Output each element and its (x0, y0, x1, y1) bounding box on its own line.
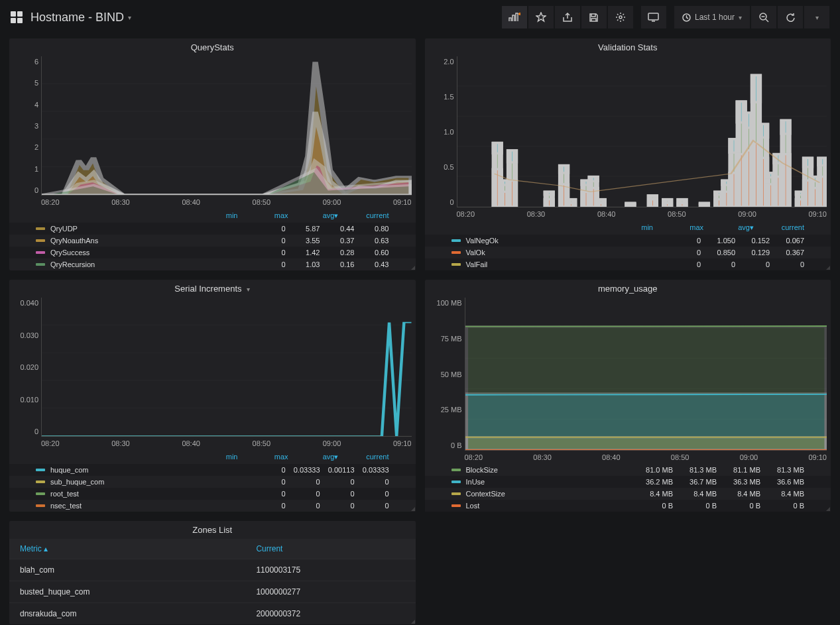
svg-rect-15 (546, 192, 552, 195)
top-header: Hostname - BIND▾ Last 1 hour▾ ▾ (0, 0, 840, 34)
svg-rect-39 (664, 199, 670, 201)
x-axis: 08:2008:3008:4008:5009:0009:10 (41, 197, 412, 209)
chart-serial[interactable]: 0.0400.0300.0200.0100 08:2008:3008:4008:… (9, 298, 416, 450)
plot-area[interactable] (465, 298, 827, 451)
legend-row[interactable]: ValNegOk01.0500.1520.067 (425, 235, 831, 247)
svg-rect-6 (494, 143, 500, 154)
legend-row[interactable]: huque_com00.033330.001130.03333 (9, 464, 416, 476)
legend-row[interactable]: QrySuccess01.420.280.60 (9, 247, 416, 258)
share-button[interactable] (555, 6, 580, 28)
panel-title[interactable]: Zones List (9, 521, 416, 539)
x-axis: 08:2008:3008:4008:5009:0009:10 (41, 438, 412, 450)
dashboard-grid-icon[interactable] (11, 11, 23, 23)
panel-serial: Serial Increments ▾ 0.0400.0300.0200.010… (9, 280, 416, 512)
svg-rect-66 (760, 124, 766, 137)
y-axis: 0.0400.0300.0200.0100 (9, 298, 41, 437)
plot-area[interactable] (457, 56, 827, 207)
chart-validation[interactable]: 2.01.51.00.50 08:2008:3008:4008:5009:000… (425, 56, 831, 221)
panel-grid: QueryStats 6543210 08:2008:3008:4008:500… (0, 34, 840, 625)
svg-rect-35 (649, 199, 655, 207)
legend-row[interactable]: QryRecursion01.030.160.43 (9, 258, 416, 270)
resize-handle[interactable] (409, 618, 416, 624)
panel-title[interactable]: memory_usage (425, 280, 831, 298)
resize-handle[interactable] (824, 505, 831, 512)
add-panel-button[interactable] (502, 6, 527, 28)
svg-rect-86 (819, 177, 825, 207)
save-button[interactable] (581, 6, 607, 28)
legend-row[interactable]: QryNoauthAns03.550.370.63 (9, 235, 416, 247)
plot-area[interactable] (41, 298, 412, 437)
panel-validation: Validation Stats 2.01.51.00.50 08:2008:3… (425, 38, 831, 270)
legend-row[interactable]: Lost0 B0 B0 B0 B (425, 500, 831, 512)
legend-row[interactable]: nsec_test0000 (9, 500, 416, 512)
header-left: Hostname - BIND▾ (11, 11, 131, 25)
plot-area[interactable] (41, 56, 412, 196)
resize-handle[interactable] (409, 264, 416, 270)
svg-rect-33 (627, 203, 633, 203)
legend-row[interactable]: root_test0000 (9, 488, 416, 500)
chevron-down-icon: ▾ (815, 14, 819, 21)
legend-row[interactable]: sub_huque_com0000 (9, 476, 416, 488)
refresh-dropdown-button[interactable]: ▾ (804, 6, 829, 28)
refresh-button[interactable] (778, 6, 803, 28)
svg-rect-45 (701, 203, 707, 203)
legend-validation: minmaxavg▾currentValNegOk01.0500.1520.06… (425, 221, 831, 270)
table-row[interactable]: dnsrakuda_com2000000372 (9, 603, 416, 625)
legend-memory: BlockSize81.0 MB81.3 MB81.1 MB81.3 MBInU… (425, 464, 831, 512)
legend-querystats: minmaxavg▾currentQryUDP05.870.440.80QryN… (9, 209, 416, 270)
panel-memory: memory_usage 100 MB75 MB50 MB25 MB0 B 08… (425, 280, 831, 512)
svg-rect-42 (679, 199, 685, 201)
svg-rect-75 (782, 120, 788, 133)
svg-rect-11 (509, 180, 515, 207)
legend-row[interactable]: InUse36.2 MB36.7 MB36.3 MB36.6 MB (425, 476, 831, 488)
svg-rect-29 (597, 203, 603, 207)
y-axis: 2.01.51.00.50 (425, 56, 457, 207)
svg-rect-81 (805, 158, 811, 167)
legend-row[interactable]: BlockSize81.0 MB81.3 MB81.1 MB81.3 MB (425, 464, 831, 476)
svg-point-0 (619, 16, 622, 19)
svg-rect-14 (546, 199, 552, 207)
svg-rect-41 (679, 203, 685, 207)
col-metric[interactable]: Metric ▴ (9, 539, 245, 559)
y-axis: 100 MB75 MB50 MB25 MB0 B (425, 298, 465, 451)
chart-memory[interactable]: 100 MB75 MB50 MB25 MB0 B 08:2008:3008:40… (425, 298, 831, 464)
settings-button[interactable] (608, 6, 633, 28)
y-axis: 6543210 (9, 56, 41, 196)
chevron-down-icon: ▾ (247, 286, 250, 293)
panel-title[interactable]: Serial Increments ▾ (9, 280, 416, 298)
svg-rect-27 (590, 177, 596, 182)
tv-mode-button[interactable] (641, 6, 666, 28)
legend-row[interactable]: ValOk00.8500.1290.367 (425, 247, 831, 258)
svg-rect-20 (568, 203, 574, 207)
svg-rect-44 (701, 205, 707, 207)
legend-row[interactable]: ValFail0000 (425, 258, 831, 270)
header-toolbar: Last 1 hour▾ ▾ (502, 6, 829, 28)
panel-title[interactable]: QueryStats (9, 38, 416, 56)
svg-rect-21 (568, 199, 574, 201)
resize-handle[interactable] (409, 505, 416, 512)
table-row[interactable]: blah_com1100003175 (9, 559, 416, 581)
chart-querystats[interactable]: 6543210 08:2008:3008:4008:5009:0009:10 (9, 56, 416, 209)
svg-rect-74 (782, 154, 788, 207)
panel-title[interactable]: Validation Stats (425, 38, 831, 56)
zoom-out-button[interactable] (751, 6, 776, 28)
svg-rect-30 (597, 199, 603, 201)
chevron-down-icon: ▾ (739, 14, 742, 21)
svg-rect-18 (561, 166, 567, 173)
star-button[interactable] (528, 6, 554, 28)
svg-rect-12 (509, 150, 515, 162)
panel-querystats: QueryStats 6543210 08:2008:3008:4008:500… (9, 38, 416, 270)
legend-row[interactable]: QryUDP05.870.440.80 (9, 223, 416, 235)
svg-rect-63 (753, 75, 759, 102)
svg-rect-36 (649, 196, 655, 197)
legend-row[interactable]: ContextSize8.4 MB8.4 MB8.4 MB8.4 MB (425, 488, 831, 500)
panel-zones: Zones List Metric ▴ Current blah_com1100… (9, 521, 416, 624)
time-range-button[interactable]: Last 1 hour▾ (674, 6, 750, 28)
svg-rect-1 (648, 13, 658, 20)
chevron-down-icon: ▾ (128, 14, 131, 21)
legend-serial: minmaxavg▾currenthuque_com00.033330.0011… (9, 450, 416, 512)
table-row[interactable]: busted_huque_com1000000277 (9, 581, 416, 603)
col-current[interactable]: Current (245, 539, 415, 559)
dashboard-title[interactable]: Hostname - BIND▾ (30, 11, 131, 25)
resize-handle[interactable] (824, 264, 831, 270)
